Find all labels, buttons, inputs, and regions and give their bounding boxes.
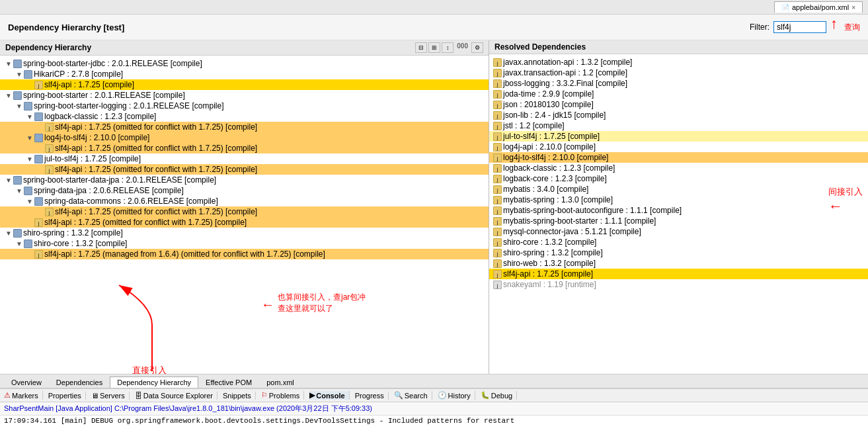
- right-node[interactable]: j shiro-core : 1.3.2 [compile]: [489, 237, 868, 247]
- node-text: slf4j-api : 1.7.25 [compile]: [44, 80, 134, 89]
- jar-icon: j: [493, 217, 502, 226]
- folder-icon: [13, 176, 22, 185]
- resolved-dependencies-tree[interactable]: j javax.annotation-api : 1.3.2 [compile]…: [489, 54, 868, 374]
- right-node[interactable]: j json-lib : 2.4 - jdk15 [compile]: [489, 110, 868, 120]
- close-tab-icon[interactable]: ×: [851, 4, 855, 11]
- right-node[interactable]: j mysql-connector-java : 5.1.21 [compile…: [489, 226, 868, 237]
- right-node[interactable]: j shiro-spring : 1.3.2 [compile]: [489, 247, 868, 258]
- properties-tab[interactable]: Properties: [48, 392, 86, 400]
- dependency-tree[interactable]: ▼ spring-boot-starter-jdbc : 2.0.1.RELEA…: [0, 56, 489, 374]
- search-tab[interactable]: 🔍 Search: [394, 391, 432, 400]
- console-log-text: 17:09:34.161 [main] DEBUG org.springfram…: [4, 417, 514, 425]
- debug-tab[interactable]: 🐛 Debug: [481, 391, 517, 400]
- jar-icon: j: [493, 175, 502, 183]
- expand-icon[interactable]: ▼: [5, 60, 13, 67]
- tree-node[interactable]: j slf4j-api : 1.7.25 (omitted for confli…: [0, 143, 489, 154]
- expand-icon[interactable]: ▼: [16, 103, 24, 110]
- tree-node[interactable]: ▼ spring-data-jpa : 2.0.6.RELEASE [compi…: [0, 185, 489, 196]
- tab-dependency-hierarchy[interactable]: Dependency Hierarchy: [110, 376, 198, 388]
- node-text: shiro-core : 1.3.2 [compile]: [34, 239, 127, 248]
- node-text: snakeyaml : 1.19 [runtime]: [503, 280, 596, 289]
- datasource-tab[interactable]: 🗄 Data Source Explorer: [135, 392, 217, 400]
- sort-button[interactable]: ↕: [442, 42, 454, 53]
- tree-node[interactable]: ▼ shiro-spring : 1.3.2 [compile]: [0, 228, 489, 238]
- right-node[interactable]: j mybatis-spring : 1.3.0 [compile]: [489, 195, 868, 205]
- expand-icon[interactable]: ▼: [5, 230, 13, 237]
- tree-node[interactable]: ▼ shiro-core : 1.3.2 [compile]: [0, 238, 489, 249]
- expand-all-button[interactable]: ⊞: [428, 42, 440, 53]
- expand-icon[interactable]: ▼: [5, 92, 13, 99]
- jar-icon: j: [45, 165, 54, 174]
- tab-dependencies[interactable]: Dependencies: [49, 376, 110, 388]
- expand-icon[interactable]: ▼: [16, 240, 24, 247]
- tree-node[interactable]: ▼ spring-data-commons : 2.0.6.RELEASE [c…: [0, 196, 489, 206]
- status-bar: ⚠ Markers Properties 🖥 Servers 🗄 Data So…: [0, 388, 868, 402]
- tab-overview[interactable]: Overview: [4, 376, 49, 388]
- tree-node[interactable]: ▼ log4j-to-slf4j : 2.10.0 [compile]: [0, 132, 489, 143]
- tree-node[interactable]: ▼ jul-to-slf4j : 1.7.25 [compile]: [0, 154, 489, 164]
- folder-icon: [24, 102, 32, 110]
- right-node[interactable]: j mybatis-spring-boot-autoconfigure : 1.…: [489, 205, 868, 216]
- right-node[interactable]: j json : 20180130 [compile]: [489, 99, 868, 110]
- editor-tabs: Overview Dependencies Dependency Hierarc…: [0, 374, 868, 388]
- expand-icon[interactable]: ▼: [26, 155, 34, 163]
- tree-node[interactable]: ▼ logback-classic : 1.2.3 [compile]: [0, 111, 489, 122]
- right-node[interactable]: j javax.transaction-api : 1.2 [compile]: [489, 67, 868, 78]
- tab-effective-pom[interactable]: Effective POM: [198, 376, 259, 388]
- expand-icon[interactable]: ▼: [26, 198, 34, 205]
- tree-node[interactable]: ▼ spring-boot-starter-data-jpa : 2.0.1.R…: [0, 175, 489, 185]
- tree-node[interactable]: ▼ spring-boot-starter : 2.0.1.RELEASE [c…: [0, 90, 489, 101]
- console-tab[interactable]: ▶ Console: [309, 391, 349, 400]
- folder-icon: [34, 112, 43, 121]
- progress-tab[interactable]: Progress: [355, 392, 389, 400]
- servers-tab[interactable]: 🖥 Servers: [91, 392, 130, 400]
- right-node[interactable]: j logback-core : 1.2.3 [compile]: [489, 173, 868, 184]
- expand-icon[interactable]: ▼: [16, 71, 24, 78]
- node-text: mysql-connector-java : 5.1.21 [compile]: [503, 227, 641, 236]
- folder-icon: [13, 229, 22, 238]
- filter-input[interactable]: [773, 21, 826, 33]
- right-node[interactable]: j mybatis-spring-boot-starter : 1.1.1 [c…: [489, 216, 868, 226]
- right-node[interactable]: j log4j-api : 2.10.0 [compile]: [489, 142, 868, 152]
- folder-icon: [34, 155, 43, 163]
- tree-node[interactable]: j slf4j-api : 1.7.25 (omitted for confli…: [0, 217, 489, 228]
- history-tab[interactable]: 🕐 History: [438, 391, 475, 400]
- expand-icon[interactable]: ▼: [26, 113, 34, 120]
- pom-tab[interactable]: 📄 applebai/pom.xml ×: [774, 1, 863, 13]
- problems-tab[interactable]: ⚐ Problems: [261, 391, 304, 400]
- tree-node[interactable]: j slf4j-api : 1.7.25 (managed from 1.6.4…: [0, 249, 489, 259]
- markers-tab[interactable]: ⚠ Markers: [4, 391, 43, 400]
- top-tab-bar: 📄 applebai/pom.xml ×: [0, 0, 868, 15]
- tree-node[interactable]: j slf4j-api : 1.7.25 (omitted for confli…: [0, 122, 489, 132]
- right-node[interactable]: j shiro-web : 1.3.2 [compile]: [489, 258, 868, 269]
- tree-node[interactable]: ▼ spring-boot-starter-jdbc : 2.0.1.RELEA…: [0, 58, 489, 69]
- node-text: javax.annotation-api : 1.3.2 [compile]: [503, 58, 632, 67]
- snippets-tab[interactable]: Snippets: [223, 392, 256, 400]
- right-node[interactable]: j mybatis : 3.4.0 [compile]: [489, 184, 868, 195]
- tree-node[interactable]: ▼ spring-boot-starter-logging : 2.0.1.RE…: [0, 101, 489, 111]
- tree-node[interactable]: j slf4j-api : 1.7.25 (omitted for confli…: [0, 206, 489, 217]
- tab-pom-xml[interactable]: pom.xml: [259, 376, 301, 388]
- right-node[interactable]: j logback-classic : 1.2.3 [compile]: [489, 163, 868, 173]
- tree-node[interactable]: ▼ HikariCP : 2.7.8 [compile]: [0, 69, 489, 79]
- right-node[interactable]: j slf4j-api : 1.7.25 [compile]: [489, 269, 868, 279]
- expand-icon[interactable]: ▼: [5, 177, 13, 184]
- right-node[interactable]: j snakeyaml : 1.19 [runtime]: [489, 279, 868, 290]
- right-node[interactable]: j jstl : 1.2 [compile]: [489, 120, 868, 131]
- node-text: jul-to-slf4j : 1.7.25 [compile]: [44, 154, 141, 163]
- right-node[interactable]: j jul-to-slf4j : 1.7.25 [compile]: [489, 131, 868, 142]
- right-node[interactable]: j javax.annotation-api : 1.3.2 [compile]: [489, 57, 868, 67]
- tree-node[interactable]: j slf4j-api : 1.7.25 (omitted for confli…: [0, 164, 489, 175]
- collapse-all-button[interactable]: ⊟: [415, 42, 427, 53]
- right-node[interactable]: j jboss-logging : 3.3.2.Final [compile]: [489, 78, 868, 89]
- tree-node[interactable]: j slf4j-api : 1.7.25 [compile]: [0, 79, 489, 90]
- right-node[interactable]: j joda-time : 2.9.9 [compile]: [489, 89, 868, 99]
- right-node[interactable]: j log4j-to-slf4j : 2.10.0 [compile]: [489, 152, 868, 163]
- jar-icon: j: [493, 270, 502, 279]
- node-text: jboss-logging : 3.3.2.Final [compile]: [503, 79, 627, 88]
- config-button[interactable]: ⚙: [471, 42, 483, 53]
- servers-label: Servers: [100, 392, 125, 400]
- left-panel-header: Dependency Hierarchy ⊟ ⊞ ↕ 000 ⚙: [0, 40, 489, 56]
- expand-icon[interactable]: ▼: [26, 134, 34, 142]
- expand-icon[interactable]: ▼: [16, 187, 24, 195]
